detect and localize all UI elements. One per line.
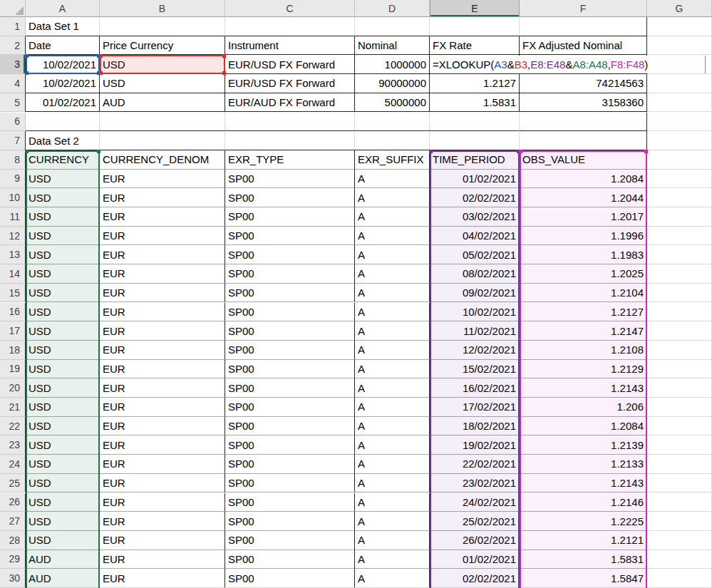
cell-F2[interactable]: FX Adjusted Nominal [520, 36, 647, 56]
cell-C24[interactable]: SP00 [225, 455, 355, 474]
row-header-6[interactable]: 6 [0, 113, 26, 132]
cell-E16[interactable]: 10/02/2021 [430, 303, 520, 322]
cell-G4[interactable] [647, 74, 712, 93]
row-header-17[interactable]: 17 [0, 321, 26, 341]
cell-E29[interactable]: 01/02/2021 [430, 550, 520, 569]
row-header-5[interactable]: 5 [0, 93, 26, 113]
cell-G16[interactable] [647, 303, 712, 322]
cell-F18[interactable]: 1.2108 [520, 341, 647, 360]
cell-D28[interactable]: A [355, 531, 430, 550]
row-header-4[interactable]: 4 [0, 74, 26, 93]
cell-F8[interactable]: OBS_VALUE [520, 150, 647, 170]
cell-C27[interactable]: SP00 [225, 512, 355, 531]
cell-D23[interactable]: A [355, 435, 430, 455]
cell-F5[interactable]: 3158360 [520, 93, 647, 113]
cell-D22[interactable]: A [355, 417, 430, 436]
cell-G2[interactable] [647, 36, 712, 56]
cell-E28[interactable]: 26/02/2021 [430, 531, 520, 550]
cell-B22[interactable]: EUR [100, 417, 225, 436]
cell-F28[interactable]: 1.2121 [520, 531, 647, 550]
row-header-13[interactable]: 13 [0, 245, 26, 264]
cell-A13[interactable]: USD [26, 245, 100, 264]
cell-E30[interactable]: 02/02/2021 [430, 569, 520, 588]
cell-F6[interactable] [520, 113, 647, 132]
cell-D16[interactable]: A [355, 303, 430, 322]
cell-F29[interactable]: 1.5831 [520, 550, 647, 569]
cell-G24[interactable] [647, 455, 712, 474]
row-header-11[interactable]: 11 [0, 207, 26, 227]
cell-G30[interactable] [647, 569, 712, 588]
cell-C25[interactable]: SP00 [225, 474, 355, 493]
row-header-9[interactable]: 9 [0, 170, 26, 189]
cell-D10[interactable]: A [355, 188, 430, 207]
cell-G26[interactable] [647, 493, 712, 512]
cell-B15[interactable]: EUR [100, 284, 225, 303]
cell-C13[interactable]: SP00 [225, 245, 355, 264]
cell-A19[interactable]: USD [26, 360, 100, 379]
cell-B1[interactable] [100, 17, 225, 36]
cell-B13[interactable]: EUR [100, 245, 225, 264]
cell-C23[interactable]: SP00 [225, 435, 355, 455]
cell-A10[interactable]: USD [26, 188, 100, 207]
cell-G21[interactable] [647, 398, 712, 417]
cell-D26[interactable]: A [355, 493, 430, 512]
cell-B16[interactable]: EUR [100, 303, 225, 322]
column-header-F[interactable]: F [520, 0, 647, 17]
cell-A7[interactable]: Data Set 2 [26, 131, 100, 150]
row-header-18[interactable]: 18 [0, 341, 26, 360]
cell-B30[interactable]: EUR [100, 569, 225, 588]
cell-C7[interactable] [225, 131, 355, 150]
cell-F19[interactable]: 1.2129 [520, 360, 647, 379]
row-header-21[interactable]: 21 [0, 398, 26, 417]
cell-C26[interactable]: SP00 [225, 493, 355, 512]
cell-A11[interactable]: USD [26, 207, 100, 227]
cell-C29[interactable]: SP00 [225, 550, 355, 569]
cell-E15[interactable]: 09/02/2021 [430, 284, 520, 303]
cell-A3[interactable]: 10/02/2021 [26, 55, 100, 74]
cell-A2[interactable]: Date [26, 36, 100, 56]
cell-G13[interactable] [647, 245, 712, 264]
cell-C15[interactable]: SP00 [225, 284, 355, 303]
cell-A12[interactable]: USD [26, 227, 100, 246]
cell-B29[interactable]: EUR [100, 550, 225, 569]
cell-C21[interactable]: SP00 [225, 398, 355, 417]
cell-F7[interactable] [520, 131, 647, 150]
row-header-28[interactable]: 28 [0, 531, 26, 550]
row-header-8[interactable]: 8 [0, 150, 26, 170]
row-header-3[interactable]: 3 [0, 55, 26, 74]
row-header-24[interactable]: 24 [0, 455, 26, 474]
cell-D24[interactable]: A [355, 455, 430, 474]
cell-C1[interactable] [225, 17, 355, 36]
row-header-20[interactable]: 20 [0, 378, 26, 398]
cell-D5[interactable]: 5000000 [355, 93, 430, 113]
cell-E21[interactable]: 17/02/2021 [430, 398, 520, 417]
row-header-25[interactable]: 25 [0, 474, 26, 493]
cell-B11[interactable]: EUR [100, 207, 225, 227]
cell-C12[interactable]: SP00 [225, 227, 355, 246]
cell-E4[interactable]: 1.2127 [430, 74, 520, 93]
cell-E17[interactable]: 11/02/2021 [430, 321, 520, 341]
column-header-E[interactable]: E [430, 0, 520, 17]
column-header-A[interactable]: A [26, 0, 100, 17]
cell-E22[interactable]: 18/02/2021 [430, 417, 520, 436]
cell-G7[interactable] [647, 131, 712, 150]
cell-D3[interactable]: 1000000 [355, 55, 430, 74]
cell-A24[interactable]: USD [26, 455, 100, 474]
formula-editing-cell-E3[interactable]: =XLOOKUP(A3&B3,E8:E48&A8:A48,F8:F48) [430, 56, 706, 73]
cell-A16[interactable]: USD [26, 303, 100, 322]
cell-D8[interactable]: EXR_SUFFIX [355, 150, 430, 170]
cell-A6[interactable] [26, 113, 100, 132]
cell-G12[interactable] [647, 227, 712, 246]
cell-D13[interactable]: A [355, 245, 430, 264]
cell-C14[interactable]: SP00 [225, 264, 355, 284]
cell-A29[interactable]: AUD [26, 550, 100, 569]
cell-B2[interactable]: Price Currency [100, 36, 225, 56]
row-header-7[interactable]: 7 [0, 131, 26, 150]
cell-F17[interactable]: 1.2147 [520, 321, 647, 341]
cell-D17[interactable]: A [355, 321, 430, 341]
cell-B28[interactable]: EUR [100, 531, 225, 550]
cell-C17[interactable]: SP00 [225, 321, 355, 341]
cell-E1[interactable] [430, 17, 520, 36]
cell-C10[interactable]: SP00 [225, 188, 355, 207]
cell-E14[interactable]: 08/02/2021 [430, 264, 520, 284]
